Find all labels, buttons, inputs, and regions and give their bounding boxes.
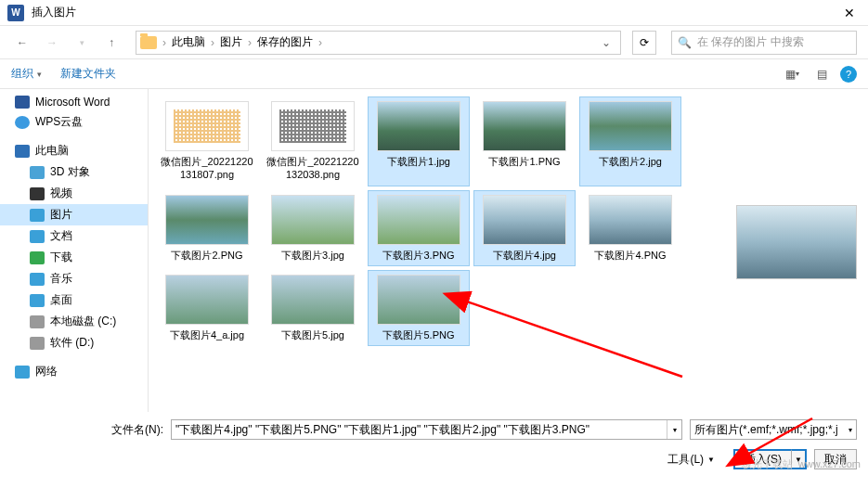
sidebar-item-docs[interactable]: 文档: [0, 225, 148, 247]
new-folder-button[interactable]: 新建文件夹: [60, 66, 116, 82]
thumbnail: [377, 101, 460, 151]
file-item[interactable]: 下载图片3.jpg: [262, 190, 364, 266]
file-item[interactable]: 下载图片1.PNG: [473, 96, 576, 186]
thumbnail: [483, 101, 566, 151]
file-grid: 微信图片_2022122013​1807.png微信图片_2022122013​…: [156, 96, 704, 346]
close-icon[interactable]: ✕: [838, 6, 861, 20]
sidebar-item-downloads[interactable]: 下载: [0, 247, 148, 268]
file-item[interactable]: 微信图片_2022122013​2038.png: [262, 96, 364, 186]
watermark: 极光下载站 www.xz7.com: [742, 457, 861, 471]
file-name: 下载图片3.jpg: [281, 249, 344, 262]
filename-input[interactable]: [172, 420, 667, 439]
file-item[interactable]: 下载图片1.jpg: [368, 96, 470, 186]
filename-label: 文件名(N):: [111, 422, 163, 438]
thumbnail: [271, 275, 355, 325]
filter-select[interactable]: 所有图片(*.emf;*.wmf;*.jpg;*.j ▾: [690, 419, 857, 440]
crumb-pictures[interactable]: 图片: [216, 34, 246, 50]
search-input[interactable]: 🔍 在 保存的图片 中搜索: [671, 31, 857, 55]
file-name: 微信图片_2022122013​2038.png: [265, 155, 361, 182]
sidebar-item-drive-c[interactable]: 本地磁盘 (C:): [0, 311, 148, 332]
crumb-pc[interactable]: 此电脑: [168, 34, 209, 50]
file-item[interactable]: 下载图片4.PNG: [579, 190, 681, 266]
sidebar-item-wps[interactable]: WPS云盘: [0, 111, 148, 133]
breadcrumb[interactable]: › 此电脑 › 图片 › 保存的图片 › ⌄: [136, 31, 621, 55]
file-name: 下载图片3.PNG: [382, 249, 454, 262]
file-name: 下载图片5.PNG: [382, 328, 454, 341]
sidebar-item-pictures[interactable]: 图片: [0, 204, 148, 225]
file-item[interactable]: 下载图片4.jpg: [473, 190, 576, 266]
sidebar-item-music[interactable]: 音乐: [0, 268, 148, 289]
sidebar-item-pc[interactable]: 此电脑: [0, 140, 148, 161]
thumbnail: [165, 195, 249, 245]
file-name: 下载图片1.PNG: [488, 155, 560, 168]
file-item[interactable]: 微信图片_2022122013​1807.png: [156, 96, 258, 186]
file-item[interactable]: 下载图片5.PNG: [368, 270, 470, 346]
preview-pane: [736, 205, 857, 279]
file-item[interactable]: 下载图片2.jpg: [579, 96, 681, 186]
file-name: 下载图片1.jpg: [387, 155, 450, 168]
file-name: 下载图片2.jpg: [599, 155, 662, 168]
tools-menu[interactable]: 工具(L) ▼: [667, 452, 715, 468]
file-name: 下载图片4.jpg: [493, 249, 556, 262]
path-dropdown-icon[interactable]: ⌄: [596, 36, 616, 49]
view-icons-button[interactable]: ▦ ▾: [781, 65, 803, 83]
thumbnail: [377, 195, 460, 245]
sidebar-item-desktop[interactable]: 桌面: [0, 289, 148, 311]
recent-dropdown[interactable]: ▾: [71, 32, 93, 54]
sidebar-item-word[interactable]: Microsoft Word: [0, 93, 148, 111]
thumbnail: [165, 101, 249, 151]
help-icon[interactable]: ?: [840, 66, 857, 83]
sidebar-item-video[interactable]: 视频: [0, 183, 148, 204]
filename-dropdown-icon[interactable]: ▾: [667, 420, 681, 439]
forward-button[interactable]: →: [41, 32, 63, 54]
sidebar-item-network[interactable]: 网络: [0, 361, 148, 382]
file-item[interactable]: 下载图片3.PNG: [368, 190, 470, 266]
thumbnail: [271, 195, 355, 245]
thumbnail: [377, 275, 460, 325]
thumbnail: [589, 195, 672, 245]
word-icon: W: [7, 5, 24, 21]
file-item[interactable]: 下载图片4_a.jpg: [156, 270, 258, 346]
thumbnail: [589, 101, 672, 151]
thumbnail: [271, 101, 355, 151]
dialog-title: 插入图片: [32, 5, 838, 20]
back-button[interactable]: ←: [11, 32, 33, 54]
file-name: 微信图片_2022122013​1807.png: [159, 155, 255, 182]
sidebar-item-3d[interactable]: 3D 对象: [0, 161, 148, 183]
sidebar: Microsoft Word WPS云盘 此电脑 3D 对象 视频 图片 文档 …: [0, 89, 149, 412]
file-item[interactable]: 下载图片2.PNG: [156, 190, 258, 266]
file-name: 下载图片4_a.jpg: [170, 328, 244, 341]
file-name: 下载图片5.jpg: [281, 328, 344, 341]
refresh-button[interactable]: ⟳: [632, 31, 656, 55]
crumb-saved[interactable]: 保存的图片: [253, 34, 317, 50]
file-item[interactable]: 下载图片5.jpg: [262, 270, 364, 346]
thumbnail: [165, 275, 249, 325]
up-button[interactable]: ↑: [100, 32, 123, 54]
search-icon: 🔍: [678, 36, 692, 49]
thumbnail: [483, 195, 566, 245]
view-details-button[interactable]: ▤: [810, 65, 833, 83]
organize-menu[interactable]: 组织▾: [11, 66, 42, 82]
file-name: 下载图片2.PNG: [171, 249, 242, 262]
file-name: 下载图片4.PNG: [594, 249, 666, 262]
search-placeholder: 在 保存的图片 中搜索: [697, 34, 804, 50]
sidebar-item-drive-d[interactable]: 软件 (D:): [0, 332, 148, 353]
folder-icon: [140, 36, 157, 49]
